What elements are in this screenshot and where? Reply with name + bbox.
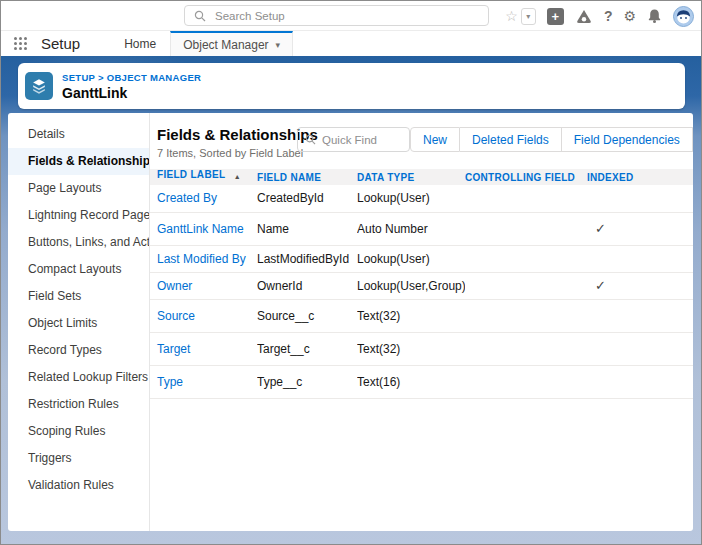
actions-cell: ▾ — [645, 299, 693, 332]
app-launcher-icon[interactable] — [14, 37, 27, 50]
field-name-cell: Name — [257, 212, 357, 245]
sidebar-item[interactable]: Compact Layouts — [8, 256, 149, 283]
quick-find[interactable] — [297, 127, 410, 152]
sidebar-item[interactable]: Lightning Record Pages — [8, 202, 149, 229]
sidebar-item[interactable]: Triggers — [8, 445, 149, 472]
sidebar-item[interactable]: Field Sets — [8, 283, 149, 310]
table-header-row: FIELD LABEL▲ FIELD NAME DATA TYPE CONTRO… — [150, 169, 693, 185]
controlling-field-cell — [465, 272, 587, 299]
main-header: Fields & Relationships 7 Items, Sorted b… — [150, 113, 693, 169]
sidebar-item[interactable]: Record Types — [8, 337, 149, 364]
section-title: Fields & Relationships — [157, 126, 297, 143]
user-avatar[interactable] — [673, 6, 694, 27]
tab-home[interactable]: Home — [110, 37, 170, 51]
actions-cell: ▾ — [645, 365, 693, 398]
sidebar-item[interactable]: Page Layouts — [8, 175, 149, 202]
col-field-name[interactable]: FIELD NAME — [257, 169, 357, 185]
global-actions: ☆ ▾ + ? ⚙ — [505, 1, 694, 31]
field-label-link[interactable]: Source — [157, 309, 195, 323]
salesforce-setup-window: ☆ ▾ + ? ⚙ Setup Home Object Manager ▾ — [0, 0, 702, 545]
breadcrumb[interactable]: SETUP > OBJECT MANAGER — [62, 72, 201, 83]
field-label-link[interactable]: Last Modified By — [157, 252, 246, 266]
sidebar-item[interactable]: Related Lookup Filters — [8, 364, 149, 391]
main-panel: Fields & Relationships 7 Items, Sorted b… — [150, 113, 693, 531]
data-type-cell: Text(16) — [357, 365, 465, 398]
favorites-control[interactable]: ☆ ▾ — [505, 8, 536, 25]
sidebar-item[interactable]: Restriction Rules — [8, 391, 149, 418]
field-label-link[interactable]: Created By — [157, 191, 217, 205]
field-label-link[interactable]: Target — [157, 342, 190, 356]
data-type-cell: Lookup(User) — [357, 245, 465, 272]
favorites-star-icon[interactable]: ☆ — [505, 9, 518, 23]
data-type-cell: Lookup(User) — [357, 185, 465, 212]
field-name-cell: Target__c — [257, 332, 357, 365]
table-row: SourceSource__cText(32)▾ — [150, 299, 693, 332]
app-name: Setup — [41, 35, 80, 52]
indexed-cell — [587, 365, 645, 398]
field-label-link[interactable]: Owner — [157, 279, 192, 293]
controlling-field-cell — [465, 185, 587, 212]
controlling-field-cell — [465, 299, 587, 332]
action-button-group: NewDeleted FieldsField DependenciesSet H… — [410, 127, 693, 152]
help-icon[interactable]: ? — [604, 8, 613, 24]
section-subtitle: 7 Items, Sorted by Field Label — [157, 147, 297, 159]
actions-cell: ▾ — [645, 212, 693, 245]
sidebar-item[interactable]: Object Limits — [8, 310, 149, 337]
controlling-field-cell — [465, 245, 587, 272]
table-row: TargetTarget__cText(32)▾ — [150, 332, 693, 365]
setup-gear-icon[interactable]: ⚙ — [623, 9, 636, 23]
sidebar-item[interactable]: Details — [8, 121, 149, 148]
search-icon — [194, 10, 206, 22]
actions-cell — [645, 272, 693, 299]
indexed-check-icon: ✓ — [595, 278, 606, 293]
col-actions — [645, 169, 693, 185]
data-type-cell: Text(32) — [357, 332, 465, 365]
sidebar-item[interactable]: Scoping Rules — [8, 418, 149, 445]
action-button[interactable]: Field Dependencies — [562, 127, 693, 152]
indexed-cell: ✓ — [587, 272, 645, 299]
field-label-link[interactable]: GanttLink Name — [157, 222, 244, 236]
col-data-type[interactable]: DATA TYPE — [357, 169, 465, 185]
setup-nav-bar: Setup Home Object Manager ▾ — [1, 31, 701, 56]
page-header: SETUP > OBJECT MANAGER GanttLink — [18, 63, 685, 109]
field-label-link[interactable]: Type — [157, 375, 183, 389]
actions-cell — [645, 185, 693, 212]
tab-object-manager-label: Object Manager — [183, 38, 268, 52]
action-button[interactable]: Deleted Fields — [460, 127, 562, 152]
sidebar-item[interactable]: Fields & Relationships — [8, 148, 149, 175]
sidebar-list: DetailsFields & RelationshipsPage Layout… — [8, 113, 150, 531]
data-type-cell: Lookup(User,Group) — [357, 272, 465, 299]
global-search-input[interactable] — [215, 10, 465, 22]
col-indexed[interactable]: INDEXED — [587, 169, 645, 185]
controlling-field-cell — [465, 332, 587, 365]
data-type-cell: Text(32) — [357, 299, 465, 332]
col-field-label[interactable]: FIELD LABEL▲ — [150, 169, 257, 185]
quick-find-input[interactable] — [322, 134, 397, 146]
col-controlling-field[interactable]: CONTROLLING FIELD — [465, 169, 587, 185]
global-header: ☆ ▾ + ? ⚙ — [1, 1, 701, 31]
field-name-cell: CreatedById — [257, 185, 357, 212]
table-row: Last Modified ByLastModifiedByIdLookup(U… — [150, 245, 693, 272]
fields-table-body: Created ByCreatedByIdLookup(User)GanttLi… — [150, 185, 693, 398]
global-search[interactable] — [184, 5, 489, 26]
table-row: TypeType__cText(16)▾ — [150, 365, 693, 398]
actions-cell: ▾ — [645, 332, 693, 365]
quick-add-button[interactable]: + — [547, 8, 564, 25]
action-button[interactable]: New — [410, 127, 460, 152]
field-name-cell: LastModifiedById — [257, 245, 357, 272]
indexed-cell — [587, 332, 645, 365]
tab-object-manager[interactable]: Object Manager ▾ — [170, 31, 293, 56]
indexed-cell — [587, 299, 645, 332]
content-panel: DetailsFields & RelationshipsPage Layout… — [8, 113, 693, 531]
field-name-cell: Source__c — [257, 299, 357, 332]
indexed-check-icon: ✓ — [595, 221, 606, 236]
search-icon — [305, 134, 316, 145]
notifications-bell-icon[interactable] — [647, 8, 662, 24]
actions-cell — [645, 245, 693, 272]
favorites-caret-button[interactable]: ▾ — [521, 8, 536, 25]
guidance-center-icon[interactable] — [575, 8, 593, 25]
indexed-cell — [587, 245, 645, 272]
sidebar-item[interactable]: Buttons, Links, and Actions — [8, 229, 149, 256]
fields-table: FIELD LABEL▲ FIELD NAME DATA TYPE CONTRO… — [150, 169, 693, 399]
sidebar-item[interactable]: Validation Rules — [8, 472, 149, 499]
